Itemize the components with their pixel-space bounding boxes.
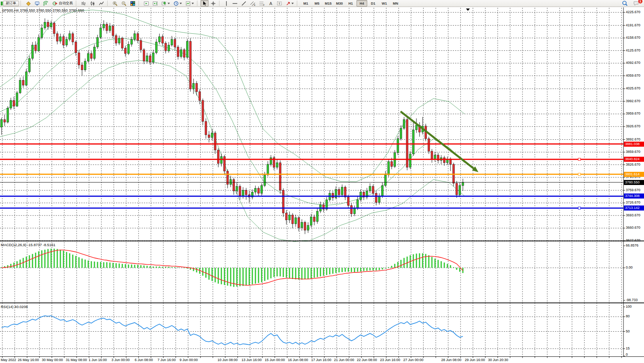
chevron-down-icon (192, 3, 194, 4)
fibonacci-tool-button[interactable]: F (258, 0, 267, 7)
chart-shift-marker (466, 9, 470, 11)
horizontal-lines-layer (0, 144, 623, 209)
zoom-in-button[interactable] (111, 0, 119, 7)
timeframe-m1-button[interactable]: M1 (300, 0, 311, 7)
chevron-down-icon (180, 3, 182, 4)
trendline-icon (241, 1, 247, 6)
arrows-tool-button[interactable] (284, 0, 295, 7)
trendline-tool-button[interactable] (240, 0, 248, 7)
notification-badge: 1 (638, 0, 643, 4)
crosshair-icon (211, 1, 216, 6)
auto-scroll-icon (144, 1, 149, 6)
autotrading-button[interactable]: 自动交易 (51, 0, 74, 7)
tile-windows-button[interactable] (128, 0, 137, 7)
search-icon (622, 0, 628, 6)
periods-button[interactable] (172, 0, 183, 7)
label-tool-button[interactable]: T (275, 0, 284, 7)
arrow-symbols-icon (286, 1, 291, 6)
bollinger-bands-layer (0, 10, 464, 242)
new-order-button[interactable]: 新订单 (3, 1, 19, 6)
toolbar-separator (139, 1, 140, 6)
bar-chart-button[interactable] (79, 0, 88, 7)
macd-indicator-label: MACD(12,26,9) -15.8737 -8.5161 (1, 243, 55, 247)
chart-shift-icon (152, 1, 158, 6)
crosshair-tool-button[interactable] (209, 0, 218, 7)
toolbar-separator (219, 1, 221, 6)
chart-area[interactable] (0, 0, 644, 363)
fibonacci-icon: F (259, 1, 265, 6)
svg-text:T: T (279, 2, 281, 5)
candlestick-chart-button[interactable] (88, 0, 97, 7)
candlestick-icon (90, 1, 95, 6)
signals-button[interactable] (42, 0, 50, 7)
svg-text:A: A (269, 1, 272, 6)
svg-text:E: E (254, 4, 255, 6)
toolbar-separator (21, 1, 22, 6)
vertical-line-icon (224, 1, 229, 6)
timeframe-mn-button[interactable]: MN (390, 0, 401, 7)
mt4-window: { "toolbar": { "new_order_label": "新订单",… (0, 0, 644, 363)
zoom-out-button[interactable] (120, 0, 128, 7)
metaeditor-button[interactable] (33, 0, 41, 7)
symbol-title: SP500,H4 3780.550 3780.550 3780.550 3780… (2, 8, 84, 12)
toolbar-separator (197, 1, 199, 6)
template-icon (185, 1, 191, 6)
text-tool-button[interactable]: A (267, 0, 275, 7)
indicators-button[interactable] (160, 0, 171, 7)
search-button[interactable] (620, 0, 629, 7)
cursor-tool-button[interactable] (200, 0, 209, 7)
timeframe-h1-button[interactable]: H1 (345, 0, 356, 7)
auto-scroll-button[interactable] (142, 0, 151, 7)
chevron-down-icon (168, 3, 170, 4)
main-toolbar: 新订单 自动交易 (0, 0, 644, 7)
vertical-line-tool-button[interactable] (223, 0, 230, 7)
cursor-icon (202, 1, 207, 6)
toolbar-separator (107, 1, 109, 6)
autotrading-label: 自动交易 (59, 1, 73, 6)
clock-icon (173, 1, 179, 6)
timeframe-m5-button[interactable]: M5 (312, 0, 322, 7)
rsi-layer (2, 307, 625, 356)
macd-layer (2, 246, 625, 300)
timeframe-m30-button[interactable]: M30 (334, 0, 345, 7)
bar-chart-icon (81, 1, 86, 6)
timeframe-w1-button[interactable]: W1 (379, 0, 390, 7)
annotation-layer (401, 111, 478, 172)
toolbar-separator (297, 1, 299, 6)
line-chart-button[interactable] (97, 0, 106, 7)
gold-diamond-icon (26, 1, 31, 6)
window-icon-fragment (1, 2, 3, 5)
toolbar-separator (76, 1, 78, 6)
horizontal-line-tool-button[interactable] (231, 0, 239, 7)
autotrading-icon (52, 1, 58, 6)
timeframe-h4-button[interactable]: H4 (356, 0, 367, 7)
profiles-button[interactable] (24, 0, 33, 7)
computer-icon (34, 1, 40, 6)
new-order-label: 新订单 (6, 1, 16, 6)
chart-shift-button[interactable] (151, 0, 159, 7)
horizontal-line-icon (232, 1, 238, 6)
svg-text:F: F (263, 4, 265, 6)
rsi-indicator-label: RSI(14) 40.0208 (1, 305, 28, 309)
channel-tool-button[interactable]: E (248, 0, 257, 7)
signal-waves-icon (43, 1, 49, 6)
zoom-in-icon (112, 1, 118, 6)
chevron-down-icon (291, 3, 294, 4)
timeframe-d1-button[interactable]: D1 (368, 0, 379, 7)
text-icon: A (269, 1, 273, 6)
indicators-plus-icon (161, 1, 167, 6)
timeframe-m15-button[interactable]: M15 (323, 0, 334, 7)
notifications-button[interactable]: 1 (632, 0, 641, 7)
line-chart-icon (99, 1, 104, 6)
zoom-out-icon (121, 1, 127, 6)
text-label-icon: T (277, 1, 282, 6)
equidistant-channel-icon: E (250, 1, 256, 6)
tile-windows-icon (130, 1, 135, 6)
templates-button[interactable] (184, 0, 195, 7)
